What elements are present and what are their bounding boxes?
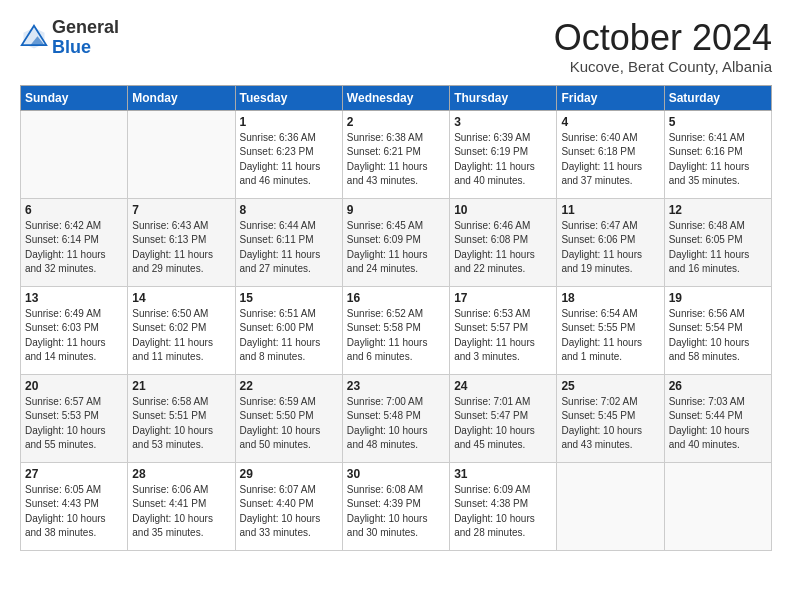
calendar-week-row: 20Sunrise: 6:57 AMSunset: 5:53 PMDayligh… xyxy=(21,374,772,462)
cell-content: Sunrise: 6:48 AMSunset: 6:05 PMDaylight:… xyxy=(669,219,767,277)
calendar-cell: 24Sunrise: 7:01 AMSunset: 5:47 PMDayligh… xyxy=(450,374,557,462)
day-number: 4 xyxy=(561,115,659,129)
cell-content: Sunrise: 6:43 AMSunset: 6:13 PMDaylight:… xyxy=(132,219,230,277)
calendar-cell: 15Sunrise: 6:51 AMSunset: 6:00 PMDayligh… xyxy=(235,286,342,374)
cell-content: Sunrise: 6:09 AMSunset: 4:38 PMDaylight:… xyxy=(454,483,552,541)
day-number: 31 xyxy=(454,467,552,481)
weekday-header-friday: Friday xyxy=(557,85,664,110)
calendar-cell: 28Sunrise: 6:06 AMSunset: 4:41 PMDayligh… xyxy=(128,462,235,550)
day-number: 13 xyxy=(25,291,123,305)
day-number: 2 xyxy=(347,115,445,129)
day-number: 29 xyxy=(240,467,338,481)
cell-content: Sunrise: 6:57 AMSunset: 5:53 PMDaylight:… xyxy=(25,395,123,453)
cell-content: Sunrise: 6:05 AMSunset: 4:43 PMDaylight:… xyxy=(25,483,123,541)
day-number: 27 xyxy=(25,467,123,481)
weekday-header-saturday: Saturday xyxy=(664,85,771,110)
day-number: 14 xyxy=(132,291,230,305)
cell-content: Sunrise: 6:53 AMSunset: 5:57 PMDaylight:… xyxy=(454,307,552,365)
cell-content: Sunrise: 6:39 AMSunset: 6:19 PMDaylight:… xyxy=(454,131,552,189)
calendar-cell: 14Sunrise: 6:50 AMSunset: 6:02 PMDayligh… xyxy=(128,286,235,374)
cell-content: Sunrise: 6:08 AMSunset: 4:39 PMDaylight:… xyxy=(347,483,445,541)
day-number: 6 xyxy=(25,203,123,217)
calendar-cell: 23Sunrise: 7:00 AMSunset: 5:48 PMDayligh… xyxy=(342,374,449,462)
cell-content: Sunrise: 6:07 AMSunset: 4:40 PMDaylight:… xyxy=(240,483,338,541)
logo-icon xyxy=(20,24,48,52)
calendar-cell: 2Sunrise: 6:38 AMSunset: 6:21 PMDaylight… xyxy=(342,110,449,198)
calendar-cell: 9Sunrise: 6:45 AMSunset: 6:09 PMDaylight… xyxy=(342,198,449,286)
calendar-cell xyxy=(21,110,128,198)
cell-content: Sunrise: 6:44 AMSunset: 6:11 PMDaylight:… xyxy=(240,219,338,277)
day-number: 15 xyxy=(240,291,338,305)
day-number: 7 xyxy=(132,203,230,217)
cell-content: Sunrise: 7:01 AMSunset: 5:47 PMDaylight:… xyxy=(454,395,552,453)
day-number: 1 xyxy=(240,115,338,129)
cell-content: Sunrise: 6:40 AMSunset: 6:18 PMDaylight:… xyxy=(561,131,659,189)
cell-content: Sunrise: 6:42 AMSunset: 6:14 PMDaylight:… xyxy=(25,219,123,277)
cell-content: Sunrise: 7:00 AMSunset: 5:48 PMDaylight:… xyxy=(347,395,445,453)
calendar-cell: 16Sunrise: 6:52 AMSunset: 5:58 PMDayligh… xyxy=(342,286,449,374)
day-number: 18 xyxy=(561,291,659,305)
day-number: 19 xyxy=(669,291,767,305)
location: Kucove, Berat County, Albania xyxy=(554,58,772,75)
calendar-cell: 13Sunrise: 6:49 AMSunset: 6:03 PMDayligh… xyxy=(21,286,128,374)
cell-content: Sunrise: 6:06 AMSunset: 4:41 PMDaylight:… xyxy=(132,483,230,541)
cell-content: Sunrise: 6:38 AMSunset: 6:21 PMDaylight:… xyxy=(347,131,445,189)
day-number: 16 xyxy=(347,291,445,305)
calendar-week-row: 1Sunrise: 6:36 AMSunset: 6:23 PMDaylight… xyxy=(21,110,772,198)
calendar-cell: 25Sunrise: 7:02 AMSunset: 5:45 PMDayligh… xyxy=(557,374,664,462)
page: General Blue October 2024 Kucove, Berat … xyxy=(0,0,792,569)
weekday-header-row: SundayMondayTuesdayWednesdayThursdayFrid… xyxy=(21,85,772,110)
calendar-cell: 20Sunrise: 6:57 AMSunset: 5:53 PMDayligh… xyxy=(21,374,128,462)
day-number: 20 xyxy=(25,379,123,393)
weekday-header-sunday: Sunday xyxy=(21,85,128,110)
calendar-week-row: 27Sunrise: 6:05 AMSunset: 4:43 PMDayligh… xyxy=(21,462,772,550)
cell-content: Sunrise: 6:58 AMSunset: 5:51 PMDaylight:… xyxy=(132,395,230,453)
calendar-cell: 22Sunrise: 6:59 AMSunset: 5:50 PMDayligh… xyxy=(235,374,342,462)
cell-content: Sunrise: 6:41 AMSunset: 6:16 PMDaylight:… xyxy=(669,131,767,189)
calendar-week-row: 13Sunrise: 6:49 AMSunset: 6:03 PMDayligh… xyxy=(21,286,772,374)
calendar-table: SundayMondayTuesdayWednesdayThursdayFrid… xyxy=(20,85,772,551)
calendar-cell: 11Sunrise: 6:47 AMSunset: 6:06 PMDayligh… xyxy=(557,198,664,286)
weekday-header-wednesday: Wednesday xyxy=(342,85,449,110)
calendar-cell: 17Sunrise: 6:53 AMSunset: 5:57 PMDayligh… xyxy=(450,286,557,374)
calendar-cell: 29Sunrise: 6:07 AMSunset: 4:40 PMDayligh… xyxy=(235,462,342,550)
day-number: 12 xyxy=(669,203,767,217)
calendar-week-row: 6Sunrise: 6:42 AMSunset: 6:14 PMDaylight… xyxy=(21,198,772,286)
cell-content: Sunrise: 7:03 AMSunset: 5:44 PMDaylight:… xyxy=(669,395,767,453)
calendar-cell: 27Sunrise: 6:05 AMSunset: 4:43 PMDayligh… xyxy=(21,462,128,550)
cell-content: Sunrise: 6:59 AMSunset: 5:50 PMDaylight:… xyxy=(240,395,338,453)
cell-content: Sunrise: 6:46 AMSunset: 6:08 PMDaylight:… xyxy=(454,219,552,277)
day-number: 3 xyxy=(454,115,552,129)
day-number: 10 xyxy=(454,203,552,217)
day-number: 22 xyxy=(240,379,338,393)
weekday-header-monday: Monday xyxy=(128,85,235,110)
cell-content: Sunrise: 6:52 AMSunset: 5:58 PMDaylight:… xyxy=(347,307,445,365)
cell-content: Sunrise: 6:36 AMSunset: 6:23 PMDaylight:… xyxy=(240,131,338,189)
day-number: 8 xyxy=(240,203,338,217)
calendar-cell: 26Sunrise: 7:03 AMSunset: 5:44 PMDayligh… xyxy=(664,374,771,462)
cell-content: Sunrise: 6:51 AMSunset: 6:00 PMDaylight:… xyxy=(240,307,338,365)
logo-blue-text: Blue xyxy=(52,37,91,57)
weekday-header-thursday: Thursday xyxy=(450,85,557,110)
calendar-cell xyxy=(557,462,664,550)
day-number: 5 xyxy=(669,115,767,129)
calendar-cell: 21Sunrise: 6:58 AMSunset: 5:51 PMDayligh… xyxy=(128,374,235,462)
calendar-cell: 3Sunrise: 6:39 AMSunset: 6:19 PMDaylight… xyxy=(450,110,557,198)
day-number: 28 xyxy=(132,467,230,481)
day-number: 23 xyxy=(347,379,445,393)
calendar-cell: 5Sunrise: 6:41 AMSunset: 6:16 PMDaylight… xyxy=(664,110,771,198)
calendar-cell xyxy=(128,110,235,198)
weekday-header-tuesday: Tuesday xyxy=(235,85,342,110)
day-number: 11 xyxy=(561,203,659,217)
calendar-cell: 18Sunrise: 6:54 AMSunset: 5:55 PMDayligh… xyxy=(557,286,664,374)
calendar-cell: 30Sunrise: 6:08 AMSunset: 4:39 PMDayligh… xyxy=(342,462,449,550)
calendar-cell: 4Sunrise: 6:40 AMSunset: 6:18 PMDaylight… xyxy=(557,110,664,198)
calendar-cell: 8Sunrise: 6:44 AMSunset: 6:11 PMDaylight… xyxy=(235,198,342,286)
cell-content: Sunrise: 6:50 AMSunset: 6:02 PMDaylight:… xyxy=(132,307,230,365)
cell-content: Sunrise: 6:56 AMSunset: 5:54 PMDaylight:… xyxy=(669,307,767,365)
cell-content: Sunrise: 7:02 AMSunset: 5:45 PMDaylight:… xyxy=(561,395,659,453)
header: General Blue October 2024 Kucove, Berat … xyxy=(20,18,772,75)
day-number: 30 xyxy=(347,467,445,481)
day-number: 25 xyxy=(561,379,659,393)
day-number: 24 xyxy=(454,379,552,393)
